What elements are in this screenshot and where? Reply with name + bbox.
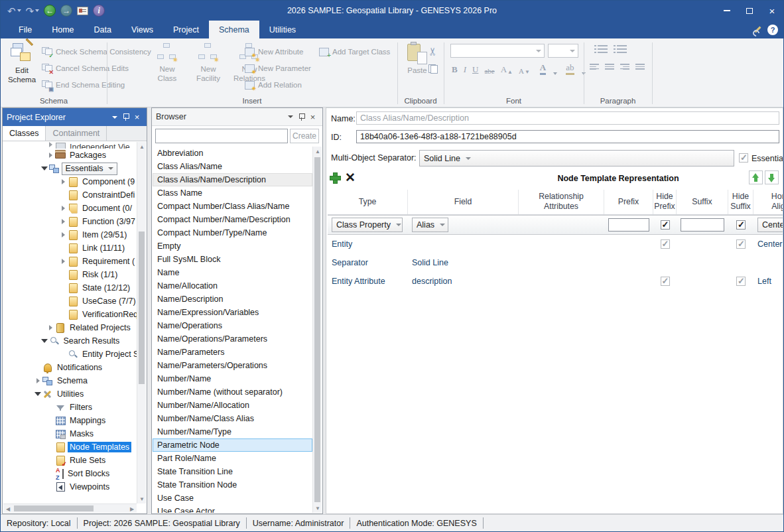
italic-button[interactable]: I [464,64,466,75]
cancel-schema-edits-button[interactable]: ✕Cancel Schema Edits [42,61,151,76]
list-item-name-expression-variables[interactable]: Name/Expression/Variables [153,306,312,319]
browser-vertical-scrollbar[interactable]: ▲ ▼ [312,147,322,513]
tree-item-related-projects[interactable]: Related Projects [3,321,137,334]
contact-card-button[interactable] [77,7,88,15]
list-item-class-name[interactable]: Class Name [153,186,312,200]
collapse-icon[interactable] [40,339,49,343]
new-class-button[interactable]: ✷NewClass [150,43,184,84]
collapse-icon[interactable] [33,392,42,396]
minimize-button[interactable] [716,1,738,21]
create-button[interactable]: Create [290,129,319,143]
list-item-name-parameters[interactable]: Name/Parameters [153,346,312,359]
tree-item-mappings[interactable]: Mappings [3,414,137,427]
column-header-suffix[interactable]: Suffix [677,190,728,214]
expand-icon[interactable] [33,378,42,383]
prefix-input[interactable] [608,218,649,232]
tree-item-search-results[interactable]: Search Results [3,334,137,348]
back-button[interactable]: ← [44,5,56,17]
font-size-select[interactable] [548,44,578,58]
list-item-use-case-actor[interactable]: Use Case Actor [153,505,312,513]
pin-button[interactable] [296,111,307,123]
column-header-hide-prefix[interactable]: Hide Prefix [653,190,677,214]
tree-item-risk-1-1[interactable]: Risk (1/1) [3,268,137,281]
alignment-select[interactable]: Center [757,218,783,232]
tab-home[interactable]: Home [42,21,84,38]
tree-item-utilities[interactable]: Utilities [3,387,137,401]
column-header-hide-suffix[interactable]: Hide Suffix [728,190,753,214]
font-name-select[interactable] [450,44,545,58]
list-item-parametric-node[interactable]: Parametric Node [153,438,312,452]
tree-item-state-12-12[interactable]: State (12/12) [3,281,137,295]
close-panel-button[interactable]: × [307,111,318,123]
tab-classes[interactable]: Classes [3,126,46,141]
numbered-list-button[interactable] [617,45,627,53]
expand-icon[interactable] [58,232,68,237]
column-header-prefix[interactable]: Prefix [604,190,653,214]
redo-button[interactable]: ↷ [26,6,40,16]
list-item-number-name-without-separator[interactable]: Number/Name (without separator) [153,385,312,399]
tree-item-viewpoints[interactable]: Viewpoints [3,480,137,494]
table-row-entity[interactable]: EntityCenter [328,235,783,253]
tree-item-component-9[interactable]: Component (9 [3,175,137,188]
align-center-button[interactable] [605,64,614,71]
expand-icon[interactable] [58,179,68,184]
tab-project[interactable]: Project [163,21,209,38]
column-header-field[interactable]: Field [408,190,519,214]
tree-horizontal-scrollbar[interactable]: ◀ ▶ [3,503,137,513]
new-parameter-button[interactable]: ✷New Parameter [245,61,311,76]
panel-menu-button[interactable] [109,111,120,123]
new-attribute-button[interactable]: ✷New Attribute [245,44,311,59]
column-header-horizontal-alignment[interactable]: Horizontal Alignment [753,190,783,214]
tree-item-document-0[interactable]: Document (0/ [3,202,137,215]
tree-item-notifications[interactable]: Notifications [3,361,137,374]
column-header-relationship-attributes[interactable]: Relationship Attributes [519,190,604,214]
tree-item-entity-project-s[interactable]: Entity Project S [3,348,137,361]
move-up-button[interactable] [749,170,763,184]
list-item-name[interactable]: Name [153,266,312,279]
highlight-button[interactable]: ab [566,62,574,75]
align-left-button[interactable] [590,64,599,71]
shrink-font-button[interactable]: A▼ [519,67,530,75]
tree-item-requirement[interactable]: Requirement ( [3,255,137,268]
list-item-number-name-type[interactable]: Number/Name/Type [153,425,312,438]
list-item-full-sysml-block[interactable]: Full SysML Block [153,253,312,266]
tree-item-independent-vie[interactable]: Independent Vie [3,142,137,149]
tree-item-node-templates[interactable]: Node Templates [3,440,137,454]
font-color-dropdown-icon[interactable] [553,72,557,75]
tree-item-constraintdefi[interactable]: ConstraintDefi [3,188,137,202]
tree-item-schema[interactable]: Schema [3,374,137,387]
tree-item-masks[interactable]: Masks [3,427,137,440]
check-schema-consistency-button[interactable]: ✓Check Schema Consistency [42,44,151,59]
justify-button[interactable] [635,64,645,71]
expand-icon[interactable] [46,153,55,158]
panel-menu-button[interactable] [285,111,296,123]
add-relation-button[interactable]: ✷Add Relation [245,78,311,92]
list-item-empty[interactable]: Empty [153,239,312,253]
list-item-part-role-name[interactable]: Part Role/Name [153,452,312,465]
maximize-button[interactable] [738,1,761,21]
expand-icon[interactable] [58,219,68,224]
list-item-use-case[interactable]: Use Case [153,492,312,505]
expand-icon[interactable] [58,206,68,211]
suffix-input[interactable] [681,218,724,232]
type-select[interactable]: Class Property [332,218,403,232]
tree-item-usecase-7-7[interactable]: UseCase (7/7) [3,295,137,308]
hide-suffix-checkbox[interactable] [736,277,746,286]
tab-schema[interactable]: Schema [209,21,259,38]
tab-data[interactable]: Data [84,21,121,38]
pin-button[interactable] [120,111,131,123]
end-schema-editing-button[interactable]: ▣End Schema Editing [42,78,151,92]
tree-item-essentials[interactable]: Essentials [3,162,137,175]
tree-item-filters[interactable]: Filters [3,401,137,414]
expand-icon[interactable] [46,325,55,330]
list-item-number-name-class-alias[interactable]: Number/Name/Class Alias [153,412,312,425]
browser-search-input[interactable] [155,129,288,143]
tree-combobox-essentials[interactable]: Essentials [62,163,118,175]
cut-button[interactable]: ✂ [427,47,440,56]
close-button[interactable]: × [761,1,783,21]
tab-utilities[interactable]: Utilities [259,21,306,38]
list-item-class-alias-name[interactable]: Class Alias/Name [153,160,312,173]
list-item-abbreviation[interactable]: Abbreviation [153,147,312,160]
list-item-name-allocation[interactable]: Name/Allocation [153,279,312,293]
customize-toolbar-icon[interactable] [753,25,761,34]
